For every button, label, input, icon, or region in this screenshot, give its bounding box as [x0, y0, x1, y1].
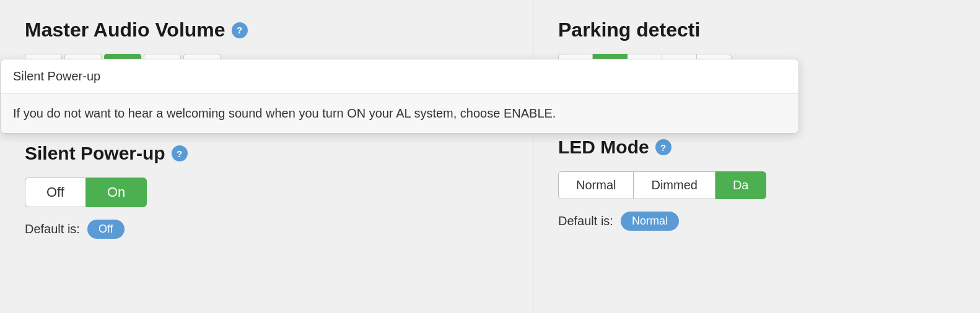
led-btn-normal[interactable]: Normal [558, 171, 634, 199]
led-mode-title: LED Mode ? [558, 137, 955, 158]
silent-powerup-label: Silent Power-up [25, 143, 165, 164]
parking-detection-title: Parking detecti [558, 19, 955, 41]
master-audio-title: Master Audio Volume ? [25, 19, 508, 41]
silent-powerup-default-row: Default is: Off [25, 220, 508, 239]
silent-powerup-help-icon[interactable]: ? [172, 145, 188, 161]
led-mode-help-icon[interactable]: ? [655, 139, 672, 155]
parking-detection-label: Parking detecti [558, 19, 700, 41]
silent-powerup-title: Silent Power-up ? [25, 143, 508, 164]
master-audio-help-icon[interactable]: ? [232, 22, 248, 38]
led-mode-label: LED Mode [558, 137, 649, 158]
silent-powerup-tooltip: Silent Power-up If you do not want to he… [0, 59, 799, 134]
silent-powerup-off-button[interactable]: Off [25, 178, 85, 207]
silent-powerup-section: Silent Power-up ? Off On Default is: Off [25, 143, 508, 239]
led-default-label: Default is: [558, 214, 613, 228]
silent-powerup-default-label: Default is: [25, 222, 80, 236]
left-section: Master Audio Volume ? 1 2 3 4 5 Silent P… [0, 0, 533, 313]
led-default-row: Default is: Normal [558, 212, 955, 231]
page-container: Master Audio Volume ? 1 2 3 4 5 Silent P… [0, 0, 980, 313]
tooltip-arrow [397, 133, 414, 134]
silent-powerup-on-button[interactable]: On [85, 178, 147, 207]
silent-powerup-default-badge: Off [87, 220, 125, 239]
led-btn-dimmed[interactable]: Dimmed [634, 171, 715, 199]
tooltip-body: If you do not want to hear a welcoming s… [1, 94, 798, 133]
tooltip-header: Silent Power-up [1, 59, 798, 94]
silent-powerup-toggle-group: Off On [25, 178, 508, 207]
led-mode-section: LED Mode ? Normal Dimmed Da Default is: … [558, 137, 955, 231]
led-btn-dark[interactable]: Da [715, 171, 767, 199]
led-default-badge: Normal [621, 212, 679, 231]
led-toggle-group: Normal Dimmed Da [558, 171, 955, 199]
right-section: Parking detecti 2 3 4 5 6 t is: 3 LED Mo… [533, 0, 980, 313]
master-audio-label: Master Audio Volume [25, 19, 225, 41]
